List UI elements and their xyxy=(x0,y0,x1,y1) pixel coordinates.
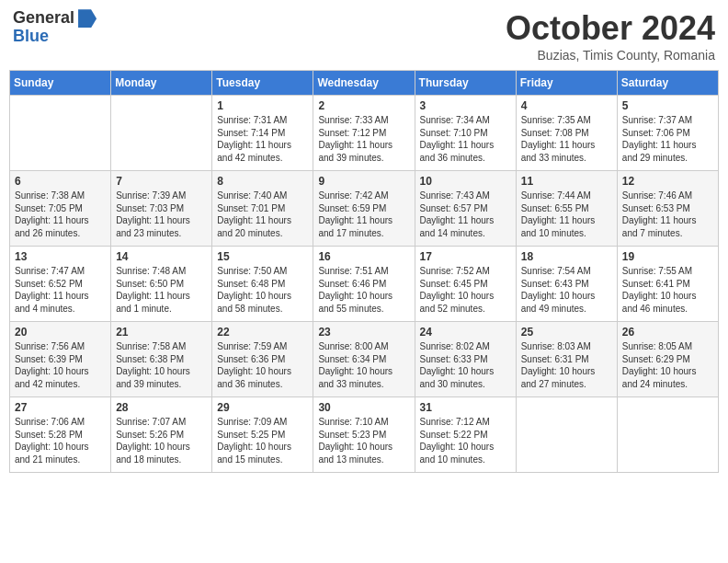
calendar-cell xyxy=(10,96,111,171)
day-number: 24 xyxy=(420,326,511,339)
day-number: 26 xyxy=(622,326,713,339)
calendar-cell: 7Sunrise: 7:39 AM Sunset: 7:03 PM Daylig… xyxy=(111,171,212,247)
calendar-cell xyxy=(516,397,617,473)
calendar-cell: 4Sunrise: 7:35 AM Sunset: 7:08 PM Daylig… xyxy=(516,96,617,171)
weekday-header: Thursday xyxy=(415,71,516,96)
calendar-cell: 9Sunrise: 7:42 AM Sunset: 6:59 PM Daylig… xyxy=(313,171,415,247)
calendar-cell: 30Sunrise: 7:10 AM Sunset: 5:23 PM Dayli… xyxy=(313,397,415,473)
calendar-week-row: 27Sunrise: 7:06 AM Sunset: 5:28 PM Dayli… xyxy=(10,397,719,473)
day-info: Sunrise: 7:09 AM Sunset: 5:25 PM Dayligh… xyxy=(217,416,308,465)
day-info: Sunrise: 7:38 AM Sunset: 7:05 PM Dayligh… xyxy=(15,190,106,239)
day-number: 2 xyxy=(318,99,409,112)
day-info: Sunrise: 7:40 AM Sunset: 7:01 PM Dayligh… xyxy=(217,190,308,239)
calendar-cell: 20Sunrise: 7:56 AM Sunset: 6:39 PM Dayli… xyxy=(10,322,111,397)
day-info: Sunrise: 7:50 AM Sunset: 6:48 PM Dayligh… xyxy=(217,265,308,315)
day-number: 30 xyxy=(318,401,409,414)
day-number: 13 xyxy=(15,250,106,263)
calendar-cell xyxy=(111,96,212,171)
calendar-cell: 6Sunrise: 7:38 AM Sunset: 7:05 PM Daylig… xyxy=(10,171,111,247)
calendar-cell: 14Sunrise: 7:48 AM Sunset: 6:50 PM Dayli… xyxy=(111,247,212,322)
day-number: 3 xyxy=(420,99,511,112)
day-info: Sunrise: 7:31 AM Sunset: 7:14 PM Dayligh… xyxy=(217,114,308,164)
calendar-cell: 3Sunrise: 7:34 AM Sunset: 7:10 PM Daylig… xyxy=(415,96,516,171)
day-info: Sunrise: 8:05 AM Sunset: 6:29 PM Dayligh… xyxy=(622,340,713,390)
day-number: 28 xyxy=(116,401,207,414)
day-number: 20 xyxy=(15,326,106,339)
day-number: 29 xyxy=(217,401,308,414)
day-info: Sunrise: 7:51 AM Sunset: 6:46 PM Dayligh… xyxy=(318,265,409,315)
calendar-cell: 11Sunrise: 7:44 AM Sunset: 6:55 PM Dayli… xyxy=(516,171,617,247)
day-number: 16 xyxy=(318,250,409,263)
day-info: Sunrise: 8:03 AM Sunset: 6:31 PM Dayligh… xyxy=(521,340,612,390)
day-number: 31 xyxy=(420,401,511,414)
calendar-cell: 25Sunrise: 8:03 AM Sunset: 6:31 PM Dayli… xyxy=(516,322,617,397)
calendar-cell: 12Sunrise: 7:46 AM Sunset: 6:53 PM Dayli… xyxy=(617,171,718,247)
day-info: Sunrise: 7:43 AM Sunset: 6:57 PM Dayligh… xyxy=(420,190,511,239)
calendar-cell: 27Sunrise: 7:06 AM Sunset: 5:28 PM Dayli… xyxy=(10,397,111,473)
day-number: 7 xyxy=(116,175,207,188)
weekday-header-row: SundayMondayTuesdayWednesdayThursdayFrid… xyxy=(10,71,719,96)
calendar-table: SundayMondayTuesdayWednesdayThursdayFrid… xyxy=(9,70,719,473)
calendar-cell: 19Sunrise: 7:55 AM Sunset: 6:41 PM Dayli… xyxy=(617,247,718,322)
day-info: Sunrise: 7:56 AM Sunset: 6:39 PM Dayligh… xyxy=(15,340,106,390)
calendar-cell: 5Sunrise: 7:37 AM Sunset: 7:06 PM Daylig… xyxy=(617,96,718,171)
day-number: 21 xyxy=(116,326,207,339)
day-number: 22 xyxy=(217,326,308,339)
weekday-header: Sunday xyxy=(10,71,111,96)
month-title: October 2024 xyxy=(506,9,715,48)
logo-icon xyxy=(78,9,97,28)
day-info: Sunrise: 7:39 AM Sunset: 7:03 PM Dayligh… xyxy=(116,190,207,239)
day-info: Sunrise: 7:52 AM Sunset: 6:45 PM Dayligh… xyxy=(420,265,511,315)
day-number: 23 xyxy=(318,326,409,339)
location-subtitle: Buzias, Timis County, Romania xyxy=(506,48,715,63)
calendar-cell: 10Sunrise: 7:43 AM Sunset: 6:57 PM Dayli… xyxy=(415,171,516,247)
day-number: 1 xyxy=(217,99,308,112)
calendar-cell xyxy=(617,397,718,473)
day-number: 6 xyxy=(15,175,106,188)
calendar-cell: 2Sunrise: 7:33 AM Sunset: 7:12 PM Daylig… xyxy=(313,96,415,171)
weekday-header: Monday xyxy=(111,71,212,96)
day-number: 10 xyxy=(420,175,511,188)
day-number: 11 xyxy=(521,175,612,188)
day-info: Sunrise: 7:35 AM Sunset: 7:08 PM Dayligh… xyxy=(521,114,612,164)
day-info: Sunrise: 7:33 AM Sunset: 7:12 PM Dayligh… xyxy=(318,114,409,164)
day-number: 4 xyxy=(521,99,612,112)
calendar-cell: 24Sunrise: 8:02 AM Sunset: 6:33 PM Dayli… xyxy=(415,322,516,397)
day-number: 15 xyxy=(217,250,308,263)
weekday-header: Tuesday xyxy=(212,71,313,96)
logo-text: General Blue xyxy=(13,9,97,46)
weekday-header: Friday xyxy=(516,71,617,96)
calendar-week-row: 6Sunrise: 7:38 AM Sunset: 7:05 PM Daylig… xyxy=(10,171,719,247)
day-info: Sunrise: 7:42 AM Sunset: 6:59 PM Dayligh… xyxy=(318,190,409,239)
day-number: 14 xyxy=(116,250,207,263)
day-number: 12 xyxy=(622,175,713,188)
calendar-body: 1Sunrise: 7:31 AM Sunset: 7:14 PM Daylig… xyxy=(10,96,719,473)
calendar-cell: 15Sunrise: 7:50 AM Sunset: 6:48 PM Dayli… xyxy=(212,247,313,322)
calendar-cell: 8Sunrise: 7:40 AM Sunset: 7:01 PM Daylig… xyxy=(212,171,313,247)
day-number: 18 xyxy=(521,250,612,263)
title-block: October 2024 Buzias, Timis County, Roman… xyxy=(506,9,715,63)
day-info: Sunrise: 7:47 AM Sunset: 6:52 PM Dayligh… xyxy=(15,265,106,315)
calendar-cell: 18Sunrise: 7:54 AM Sunset: 6:43 PM Dayli… xyxy=(516,247,617,322)
calendar-cell: 26Sunrise: 8:05 AM Sunset: 6:29 PM Dayli… xyxy=(617,322,718,397)
day-number: 9 xyxy=(318,175,409,188)
day-number: 25 xyxy=(521,326,612,339)
day-info: Sunrise: 7:10 AM Sunset: 5:23 PM Dayligh… xyxy=(318,416,409,465)
calendar-cell: 16Sunrise: 7:51 AM Sunset: 6:46 PM Dayli… xyxy=(313,247,415,322)
calendar-cell: 28Sunrise: 7:07 AM Sunset: 5:26 PM Dayli… xyxy=(111,397,212,473)
day-info: Sunrise: 7:54 AM Sunset: 6:43 PM Dayligh… xyxy=(521,265,612,315)
calendar-week-row: 1Sunrise: 7:31 AM Sunset: 7:14 PM Daylig… xyxy=(10,96,719,171)
calendar-cell: 21Sunrise: 7:58 AM Sunset: 6:38 PM Dayli… xyxy=(111,322,212,397)
day-number: 5 xyxy=(622,99,713,112)
day-info: Sunrise: 7:48 AM Sunset: 6:50 PM Dayligh… xyxy=(116,265,207,315)
calendar-week-row: 13Sunrise: 7:47 AM Sunset: 6:52 PM Dayli… xyxy=(10,247,719,322)
day-info: Sunrise: 7:55 AM Sunset: 6:41 PM Dayligh… xyxy=(622,265,713,315)
day-info: Sunrise: 7:07 AM Sunset: 5:26 PM Dayligh… xyxy=(116,416,207,465)
day-number: 17 xyxy=(420,250,511,263)
day-number: 27 xyxy=(15,401,106,414)
day-info: Sunrise: 7:06 AM Sunset: 5:28 PM Dayligh… xyxy=(15,416,106,465)
weekday-header: Wednesday xyxy=(313,71,415,96)
day-info: Sunrise: 7:12 AM Sunset: 5:22 PM Dayligh… xyxy=(420,416,511,465)
logo: General Blue xyxy=(13,9,97,46)
day-info: Sunrise: 7:59 AM Sunset: 6:36 PM Dayligh… xyxy=(217,340,308,390)
